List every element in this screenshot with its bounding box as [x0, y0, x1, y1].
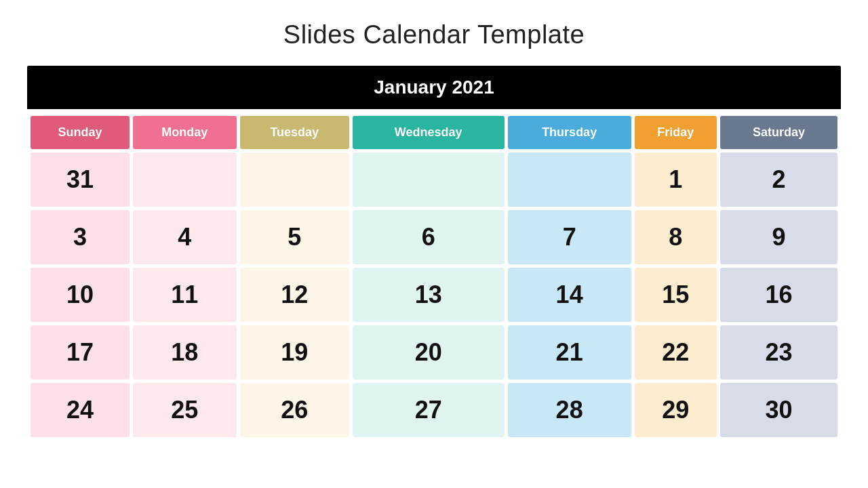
calendar-day-cell — [240, 152, 349, 207]
calendar-day-cell: 15 — [635, 268, 717, 322]
calendar-day-cell: 23 — [720, 325, 837, 380]
calendar-day-cell: 25 — [133, 383, 237, 437]
calendar-grid: SundayMondayTuesdayWednesdayThursdayFrid… — [27, 113, 841, 441]
day-header-friday: Friday — [635, 116, 717, 149]
calendar-day-cell: 22 — [635, 325, 717, 380]
calendar-wrapper: January 2021 SundayMondayTuesdayWednesda… — [27, 66, 841, 441]
day-header-thursday: Thursday — [508, 116, 631, 149]
page-title: Slides Calendar Template — [283, 20, 585, 49]
calendar-day-cell: 28 — [508, 383, 631, 437]
calendar-day-cell — [133, 152, 237, 207]
day-header-saturday: Saturday — [720, 116, 837, 149]
calendar-day-cell: 10 — [31, 268, 130, 322]
calendar-day-cell: 21 — [508, 325, 631, 380]
calendar-day-cell: 20 — [353, 325, 505, 380]
calendar-day-cell — [508, 152, 631, 207]
calendar-day-cell: 11 — [133, 268, 237, 322]
calendar-day-cell: 14 — [508, 268, 631, 322]
calendar-day-cell: 2 — [720, 152, 837, 207]
calendar-day-cell: 12 — [240, 268, 349, 322]
calendar-day-cell: 13 — [353, 268, 505, 322]
calendar-week-row: 17181920212223 — [31, 325, 837, 380]
calendar-day-cell: 18 — [133, 325, 237, 380]
calendar-week-row: 10111213141516 — [31, 268, 837, 322]
calendar-month-header: January 2021 — [27, 66, 841, 109]
calendar-week-row: 3112 — [31, 152, 837, 207]
calendar-week-row: 24252627282930 — [31, 383, 837, 437]
calendar-day-cell: 19 — [240, 325, 349, 380]
calendar-day-cell — [353, 152, 505, 207]
calendar-day-cell: 1 — [635, 152, 717, 207]
calendar-day-cell: 6 — [353, 210, 505, 264]
calendar-day-cell: 27 — [353, 383, 505, 437]
calendar-day-cell: 29 — [635, 383, 717, 437]
day-header-sunday: Sunday — [31, 116, 130, 149]
calendar-day-cell: 24 — [31, 383, 130, 437]
calendar-week-row: 3456789 — [31, 210, 837, 264]
day-header-monday: Monday — [133, 116, 237, 149]
calendar-day-cell: 26 — [240, 383, 349, 437]
day-header-wednesday: Wednesday — [353, 116, 505, 149]
calendar-day-cell: 16 — [720, 268, 837, 322]
calendar-day-cell: 3 — [31, 210, 130, 264]
calendar-day-cell: 9 — [720, 210, 837, 264]
calendar-day-cell: 31 — [31, 152, 130, 207]
calendar-day-cell: 5 — [240, 210, 349, 264]
calendar-day-cell: 4 — [133, 210, 237, 264]
calendar-day-cell: 30 — [720, 383, 837, 437]
calendar-day-cell: 8 — [635, 210, 717, 264]
calendar-day-cell: 7 — [508, 210, 631, 264]
day-header-tuesday: Tuesday — [240, 116, 349, 149]
calendar-day-cell: 17 — [31, 325, 130, 380]
